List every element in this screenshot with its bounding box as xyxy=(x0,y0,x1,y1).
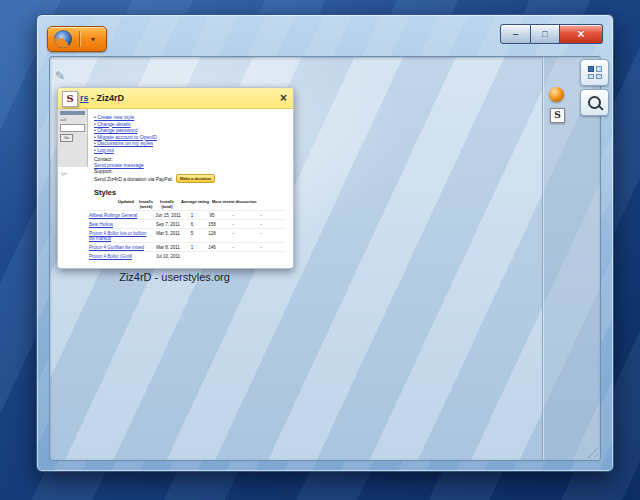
userstyles-apptab-icon[interactable]: S xyxy=(550,108,565,123)
thumbnail-title-bar: rs - Ziz4rD × xyxy=(58,88,293,109)
table-row: Proton 4 Bollor lois or bollom lite mark… xyxy=(88,228,284,242)
support-text: Send Ziz4rD a donation via PayPal. xyxy=(94,176,173,182)
cell-recent-discussion: - xyxy=(244,243,278,251)
cell-updated: Mar 8, 2011 xyxy=(154,243,182,251)
cell-installs-week: 6 xyxy=(182,220,202,228)
table-row: Proton 4 Bollor (Gorill Jul 10, 2011 xyxy=(88,251,284,260)
style-name-link: Proton 4 Gorillian lite mixed xyxy=(88,243,154,251)
maximize-button[interactable]: □ xyxy=(531,24,560,44)
title-rest-part: - Ziz4rD xyxy=(89,93,125,103)
search-icon xyxy=(588,96,601,109)
firefox-logo-icon xyxy=(54,30,72,48)
cell-updated: Jul 10, 2011 xyxy=(154,252,182,260)
styles-table-body: Allbeat Rollings General Jun 15, 2011 1 … xyxy=(88,210,284,260)
table-header-cell: Installs (week) xyxy=(136,199,156,210)
account-menu-links: Create new styleChange detailsChange pas… xyxy=(94,114,293,153)
mini-page-sidebar: ault Go xyxy=(58,109,88,167)
menu-link: Log out xyxy=(94,147,293,154)
chevron-down-icon: ▾ xyxy=(80,35,106,44)
cell-recent-discussion: - xyxy=(244,229,278,242)
donate-button: Make a donation xyxy=(176,174,215,183)
sidebar-go-button: Go xyxy=(60,134,73,142)
table-row: Allbeat Rollings General Jun 15, 2011 1 … xyxy=(88,210,284,219)
cell-updated: Sep 7, 2011 xyxy=(154,220,182,228)
cell-installs-week: 5 xyxy=(182,229,202,242)
sidebar-header-bar xyxy=(60,111,85,115)
cell-average-rating: - xyxy=(222,211,244,219)
window-titlebar[interactable]: ▾ – □ × xyxy=(37,15,613,56)
edit-group-pencil-icon[interactable]: ✎ xyxy=(55,69,65,83)
styles-table: UpdatedInstalls (week)Installs (total)Av… xyxy=(88,199,284,260)
thumbnail-page-preview: ault Go tyle Create new styleChange deta… xyxy=(58,109,293,267)
cell-installs-total xyxy=(202,252,222,260)
cell-installs-week: 1 xyxy=(182,211,202,219)
cell-average-rating xyxy=(222,252,244,260)
tab-title-label[interactable]: Ziz4rD - userstyles.org xyxy=(57,271,292,283)
close-tab-icon[interactable]: × xyxy=(280,92,287,104)
cell-recent-discussion: - xyxy=(244,211,278,219)
table-header-cell: Installs (total) xyxy=(156,199,178,210)
style-name-link: Beat Hollow xyxy=(88,220,154,228)
grid-icon xyxy=(588,66,602,79)
close-button[interactable]: × xyxy=(560,24,603,44)
panorama-canvas: S ✎ S rs - Ziz4rD × ault Go tyle xyxy=(49,56,601,461)
thumbnail-page-title: rs - Ziz4rD xyxy=(80,93,124,103)
cell-updated: Jun 15, 2011 xyxy=(154,211,182,219)
firefox-window: ▾ – □ × S ✎ S rs - Ziz4rD × xyxy=(36,14,614,472)
cell-average-rating: - xyxy=(222,243,244,251)
table-row: Beat Hollow Sep 7, 2011 6 158 - - xyxy=(88,219,284,228)
search-button[interactable] xyxy=(580,89,609,116)
sidebar-footer-label: tyle xyxy=(61,171,67,176)
cell-installs-week xyxy=(182,252,202,260)
style-name-link: Proton 4 Bollor lois or bollom lite mark… xyxy=(88,229,154,242)
firefox-apptab-icon[interactable] xyxy=(549,87,564,102)
title-link-part: rs xyxy=(80,93,89,103)
sidebar-label: ault xyxy=(60,117,85,122)
exit-panorama-button[interactable] xyxy=(580,59,609,86)
table-header-cell xyxy=(88,199,116,210)
table-row: Proton 4 Gorillian lite mixed Mar 8, 201… xyxy=(88,242,284,251)
tab-favicon-badge: S xyxy=(62,91,78,107)
tab-thumbnail-item[interactable]: S rs - Ziz4rD × ault Go tyle Create xyxy=(57,87,294,269)
sidebar-search-input xyxy=(60,124,85,132)
cell-recent-discussion xyxy=(244,252,278,260)
cell-installs-total: 128 xyxy=(202,229,222,242)
cell-installs-week: 1 xyxy=(182,243,202,251)
styles-heading: Styles xyxy=(94,188,293,197)
contact-support-block: Contact: Send private message Support: S… xyxy=(94,156,293,183)
table-header-cell: Average rating xyxy=(178,199,212,210)
firefox-app-menu-button[interactable]: ▾ xyxy=(47,26,107,52)
style-name-link: Allbeat Rollings General xyxy=(88,211,154,219)
minimize-button[interactable]: – xyxy=(500,24,531,44)
cell-recent-discussion: - xyxy=(244,220,278,228)
cell-updated: Mar 5, 2011 xyxy=(154,229,182,242)
styles-table-header: UpdatedInstalls (week)Installs (total)Av… xyxy=(88,199,284,210)
cell-average-rating: - xyxy=(222,229,244,242)
window-controls: – □ × xyxy=(500,24,603,44)
style-name-link: Proton 4 Bollor (Gorill xyxy=(88,252,154,260)
cell-installs-total: 158 xyxy=(202,220,222,228)
table-header-cell: Most recent discussion xyxy=(212,199,256,210)
desktop-background: ▾ – □ × S ✎ S rs - Ziz4rD × xyxy=(0,0,640,500)
table-header-cell: Updated xyxy=(116,199,136,210)
cell-average-rating: - xyxy=(222,220,244,228)
cell-installs-total: 146 xyxy=(202,243,222,251)
cell-installs-total: 95 xyxy=(202,211,222,219)
